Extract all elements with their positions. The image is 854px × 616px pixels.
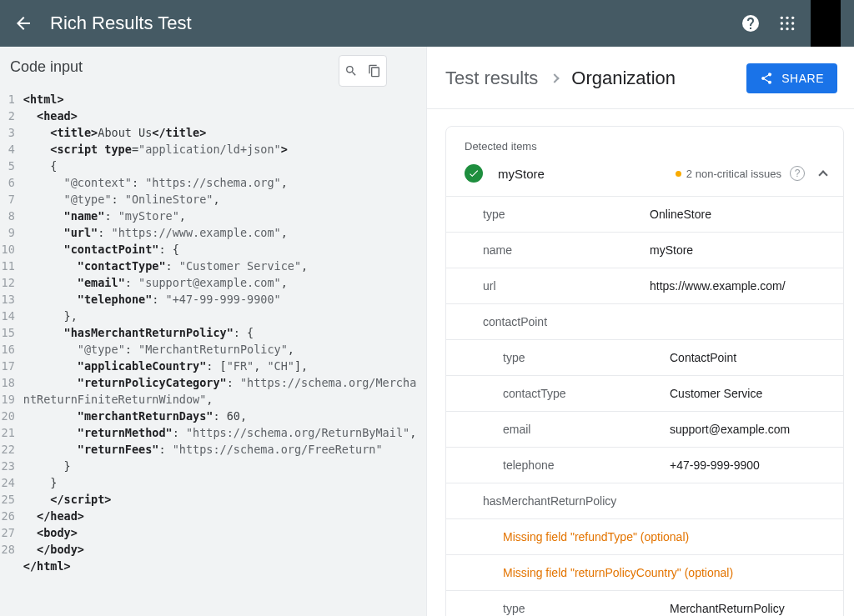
svg-point-2 — [791, 17, 794, 19]
property-row: typeMerchantReturnPolicy — [446, 591, 843, 616]
property-value: support@example.com — [670, 423, 790, 436]
property-row: namemyStore — [446, 233, 843, 268]
property-value: +47-99-999-9900 — [670, 458, 760, 472]
property-key: telephone — [503, 458, 670, 472]
property-key: type — [503, 351, 670, 364]
breadcrumb: Test results Organization — [445, 68, 676, 89]
property-key: type — [503, 602, 670, 615]
property-key: hasMerchantReturnPolicy — [483, 494, 650, 508]
issues-badge: 2 non-critical issues — [676, 168, 781, 180]
account-placeholder — [811, 0, 841, 47]
property-row: contactPoint — [446, 304, 843, 340]
property-key: name — [483, 243, 650, 257]
results-body: Detected items myStore 2 non-critical is… — [427, 109, 854, 616]
property-row: urlhttps://www.example.com/ — [446, 268, 843, 304]
property-value: OnlineStore — [650, 208, 711, 221]
results-header: Test results Organization SHARE — [427, 47, 854, 109]
share-button[interactable]: SHARE — [746, 63, 837, 93]
svg-point-1 — [786, 17, 788, 19]
svg-point-3 — [781, 22, 783, 24]
svg-point-5 — [791, 22, 794, 24]
apps-grid-icon[interactable] — [771, 7, 804, 40]
warning-row[interactable]: Missing field "returnPolicyCountry" (opt… — [446, 555, 843, 591]
detected-items-card: Detected items myStore 2 non-critical is… — [445, 126, 844, 616]
property-row: typeContactPoint — [446, 340, 843, 376]
results-panel: Test results Organization SHARE Detected… — [427, 47, 854, 616]
property-list: typeOnlineStorenamemyStoreurlhttps://www… — [446, 196, 843, 616]
property-value: ContactPoint — [670, 351, 736, 364]
breadcrumb-root[interactable]: Test results — [445, 68, 538, 89]
property-key: type — [483, 208, 650, 221]
entity-row[interactable]: myStore 2 non-critical issues ? — [446, 164, 843, 196]
code-lines[interactable]: <html> <head> <title>About Us</title> <s… — [20, 88, 426, 578]
property-row: hasMerchantReturnPolicy — [446, 483, 843, 519]
property-key: email — [503, 423, 670, 436]
svg-point-7 — [786, 28, 788, 30]
property-row: telephone+47-99-999-9900 — [446, 448, 843, 483]
detected-items-label: Detected items — [446, 127, 843, 164]
share-button-label: SHARE — [781, 72, 824, 85]
svg-point-0 — [781, 17, 783, 19]
copy-code-button[interactable] — [363, 56, 386, 86]
property-row: contactTypeCustomer Service — [446, 376, 843, 412]
search-code-button[interactable] — [339, 56, 363, 86]
property-row: emailsupport@example.com — [446, 412, 843, 448]
svg-point-8 — [791, 28, 794, 30]
property-value: myStore — [650, 243, 693, 257]
svg-point-6 — [781, 28, 783, 30]
help-small-icon[interactable]: ? — [790, 166, 805, 181]
property-value: MerchantReturnPolicy — [670, 602, 785, 615]
warning-row[interactable]: Missing field "refundType" (optional) — [446, 519, 843, 555]
property-key: contactPoint — [483, 315, 650, 328]
header-title: Rich Results Test — [50, 13, 734, 34]
chevron-right-icon — [550, 73, 560, 83]
svg-point-4 — [786, 22, 788, 24]
help-icon[interactable] — [734, 7, 767, 40]
code-toolbar — [339, 55, 387, 87]
property-value: https://www.example.com/ — [650, 279, 786, 293]
check-circle-icon — [465, 164, 483, 183]
property-value: Customer Service — [670, 387, 762, 400]
code-gutter: 1234567891011121314151617181920212223242… — [0, 88, 20, 578]
breadcrumb-current: Organization — [571, 68, 676, 89]
chevron-up-icon[interactable] — [818, 170, 827, 179]
app-header: Rich Results Test — [0, 0, 854, 47]
code-panel: Code input 12345678910111213141516171819… — [0, 47, 427, 616]
code-editor[interactable]: 1234567891011121314151617181920212223242… — [0, 88, 426, 578]
issues-count-text: 2 non-critical issues — [686, 168, 781, 180]
property-row: typeOnlineStore — [446, 197, 843, 233]
warning-dot-icon — [676, 171, 681, 177]
property-key: url — [483, 279, 650, 293]
back-arrow-icon[interactable] — [13, 13, 33, 33]
main-content: Code input 12345678910111213141516171819… — [0, 47, 854, 616]
entity-name: myStore — [498, 167, 676, 181]
property-key: contactType — [503, 387, 670, 400]
